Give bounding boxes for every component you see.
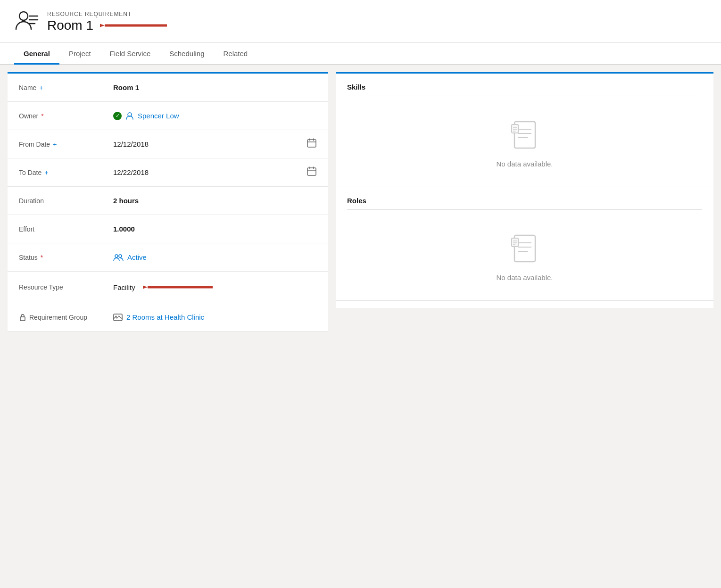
field-requirement-group-label: Requirement Group [19, 314, 113, 321]
header-text-block: RESOURCE REQUIREMENT Room 1 [47, 11, 168, 33]
field-requirement-group-row: Requirement Group 2 Rooms at Health Clin… [8, 303, 328, 331]
resource-requirement-icon [14, 8, 39, 36]
title-arrow-annotation [100, 17, 168, 33]
roles-title: Roles [347, 197, 702, 210]
field-owner-value: ✓ Spencer Low [113, 112, 317, 120]
svg-point-16 [119, 255, 122, 257]
tab-related[interactable]: Related [214, 43, 257, 65]
tab-general[interactable]: General [14, 43, 59, 65]
owner-link[interactable]: Spencer Low [138, 112, 179, 120]
tab-bar: General Project Field Service Scheduling… [0, 43, 721, 65]
required-indicator: + [53, 141, 57, 148]
page-header: RESOURCE REQUIREMENT Room 1 [0, 0, 721, 43]
field-to-date-value: 12/22/2018 [113, 166, 317, 179]
status-link[interactable]: Active [127, 253, 147, 261]
tab-field-service[interactable]: Field Service [100, 43, 160, 65]
svg-point-0 [19, 12, 28, 20]
page-subtitle: RESOURCE REQUIREMENT [47, 11, 168, 17]
skills-empty-icon [511, 120, 539, 154]
field-resource-type-row: Resource Type Facility [8, 272, 328, 303]
field-owner-label: Owner * [19, 112, 113, 120]
roles-section: Roles No data available. [336, 187, 713, 301]
required-indicator: * [41, 254, 43, 261]
resource-type-arrow-annotation [143, 279, 214, 295]
svg-point-15 [115, 255, 118, 257]
field-from-date-label: From Date + [19, 141, 113, 148]
tab-project[interactable]: Project [59, 43, 100, 65]
field-status-label: Status * [19, 254, 113, 261]
required-indicator: + [39, 84, 43, 91]
svg-rect-26 [512, 124, 518, 133]
svg-rect-11 [307, 168, 316, 175]
field-to-date-row: To Date + 12/22/2018 [8, 158, 328, 187]
field-duration-label: Duration [19, 197, 113, 205]
field-name-label: Name + [19, 84, 113, 91]
roles-empty-icon [511, 233, 539, 268]
roles-no-data: No data available. [347, 219, 702, 291]
required-indicator: + [44, 169, 48, 176]
svg-rect-7 [307, 140, 316, 147]
requirement-group-link[interactable]: 2 Rooms at Health Clinic [126, 313, 204, 321]
tab-scheduling[interactable]: Scheduling [160, 43, 214, 65]
lock-icon [19, 314, 26, 321]
field-duration-value[interactable]: 2 hours [113, 197, 317, 205]
field-from-date-row: From Date + 12/12/2018 [8, 130, 328, 158]
field-status-row: Status * Active [8, 243, 328, 272]
field-duration-row: Duration 2 hours [8, 187, 328, 215]
page-title: Room 1 [47, 18, 93, 33]
field-effort-value[interactable]: 1.0000 [113, 225, 317, 233]
main-content: Name + Room 1 Owner * ✓ Spencer Low [0, 65, 721, 339]
roles-no-data-text: No data available. [496, 273, 553, 282]
field-name-row: Name + Room 1 [8, 74, 328, 102]
field-resource-type-label: Resource Type [19, 283, 113, 291]
field-requirement-group-value: 2 Rooms at Health Clinic [113, 313, 317, 322]
svg-rect-19 [20, 317, 25, 321]
field-effort-label: Effort [19, 225, 113, 233]
owner-verified-icon: ✓ [113, 112, 122, 120]
calendar-icon[interactable] [307, 166, 317, 179]
calendar-icon[interactable] [307, 138, 317, 150]
skills-no-data: No data available. [347, 106, 702, 177]
skills-section: Skills No data available. [336, 74, 713, 187]
person-icon [125, 112, 134, 120]
field-resource-type-value: Facility [113, 279, 317, 295]
left-panel: Name + Room 1 Owner * ✓ Spencer Low [8, 72, 328, 331]
field-to-date-label: To Date + [19, 169, 113, 176]
field-status-value: Active [113, 252, 317, 263]
field-from-date-value: 12/12/2018 [113, 138, 317, 150]
field-owner-row: Owner * ✓ Spencer Low [8, 102, 328, 130]
req-group-image-icon [113, 313, 123, 322]
svg-rect-34 [512, 238, 518, 247]
skills-no-data-text: No data available. [496, 160, 553, 168]
status-group-icon [113, 252, 124, 263]
required-indicator: * [41, 112, 43, 120]
right-panel: Skills No data available. [336, 72, 713, 308]
field-effort-row: Effort 1.0000 [8, 215, 328, 243]
field-name-value[interactable]: Room 1 [113, 83, 317, 91]
svg-point-21 [116, 315, 117, 317]
skills-title: Skills [347, 83, 702, 96]
